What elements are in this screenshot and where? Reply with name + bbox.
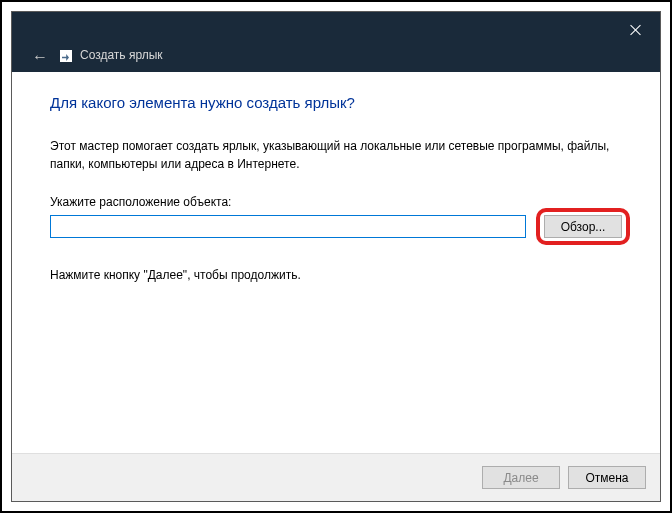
browse-button[interactable]: Обзор... — [544, 215, 622, 238]
screenshot-frame: ← Создать ярлык Для какого элемента нужн… — [0, 0, 672, 513]
close-icon[interactable] — [630, 24, 642, 36]
window-title: Создать ярлык — [80, 48, 163, 62]
path-input[interactable] — [50, 215, 526, 238]
heading: Для какого элемента нужно создать ярлык? — [50, 94, 622, 111]
browse-button-wrap: Обзор... — [544, 215, 622, 238]
path-label: Укажите расположение объекта: — [50, 195, 622, 209]
description: Этот мастер помогает создать ярлык, указ… — [50, 137, 622, 173]
path-input-row: Обзор... — [50, 215, 622, 238]
cancel-button[interactable]: Отмена — [568, 466, 646, 489]
back-arrow-icon[interactable]: ← — [32, 50, 46, 64]
instruction-text: Нажмите кнопку "Далее", чтобы продолжить… — [50, 268, 622, 282]
dialog-window: ← Создать ярлык Для какого элемента нужн… — [11, 11, 661, 502]
dialog-body: Для какого элемента нужно создать ярлык?… — [12, 72, 660, 453]
dialog-footer: Далее Отмена — [12, 453, 660, 501]
shortcut-wizard-icon — [60, 50, 72, 62]
titlebar: ← Создать ярлык — [12, 12, 660, 72]
next-button: Далее — [482, 466, 560, 489]
